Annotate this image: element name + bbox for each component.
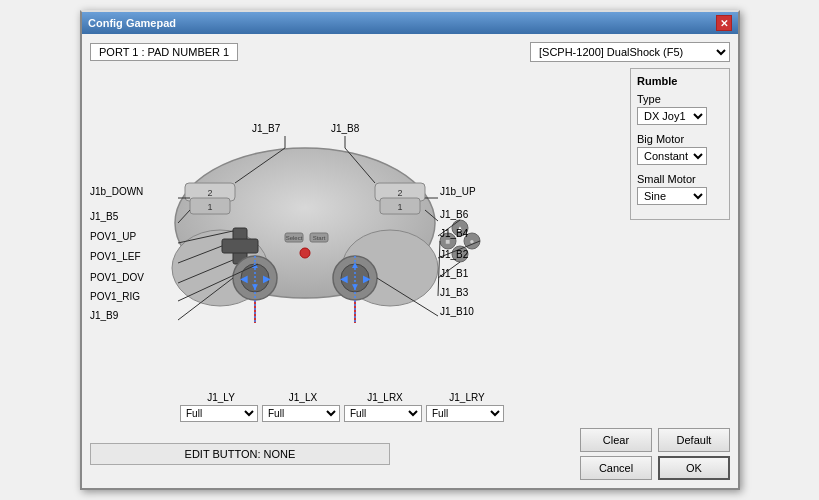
- axis-select-j1lry[interactable]: Full Half+Half-None: [426, 405, 504, 422]
- svg-text:1: 1: [397, 202, 402, 212]
- pad-select[interactable]: [SCPH-1200] DualShock (F5): [530, 42, 730, 62]
- label-pov1-left: POV1_LEF: [90, 251, 141, 262]
- config-gamepad-window: Config Gamepad ✕ PORT 1 : PAD NUMBER 1 […: [80, 10, 740, 490]
- svg-text:Start: Start: [313, 235, 326, 241]
- label-pov1-down: POV1_DOV: [90, 272, 144, 283]
- svg-text:2: 2: [397, 188, 402, 198]
- svg-text:◀: ◀: [340, 273, 348, 284]
- svg-text:◀: ◀: [240, 273, 248, 284]
- label-j1-b2: J1_B2: [440, 249, 468, 260]
- svg-point-25: [300, 248, 310, 258]
- label-j1-b3: J1_B3: [440, 287, 468, 298]
- axis-label-j1lx: J1_LX: [262, 392, 344, 403]
- svg-text:▼: ▼: [250, 281, 260, 292]
- label-j1-b10: J1_B10: [440, 306, 474, 317]
- label-j1-b6: J1_B6: [440, 209, 468, 220]
- rumble-small-motor-label: Small Motor: [637, 173, 723, 185]
- label-j1-b4: J1_B4: [440, 228, 468, 239]
- cancel-button[interactable]: Cancel: [580, 456, 652, 480]
- axis-label-j1lry: J1_LRY: [426, 392, 508, 403]
- rumble-big-motor-label: Big Motor: [637, 133, 723, 145]
- rumble-big-motor-select[interactable]: Constant: [637, 147, 707, 165]
- top-bar: PORT 1 : PAD NUMBER 1 [SCPH-1200] DualSh…: [90, 42, 730, 62]
- axis-label-j1ly: J1_LY: [180, 392, 262, 403]
- svg-text:▼: ▼: [350, 281, 360, 292]
- window-title: Config Gamepad: [88, 17, 176, 29]
- bottom-row: EDIT BUTTON: NONE Clear Default Cancel O…: [90, 428, 730, 480]
- axis-select-j1ly[interactable]: Full Half+Half-None: [180, 405, 258, 422]
- main-area: 2 1 2 1 ▲: [90, 68, 730, 406]
- action-buttons-group: Clear Default Cancel OK: [580, 428, 730, 480]
- svg-text:▶: ▶: [263, 273, 271, 284]
- axis-select-j1lrx[interactable]: Full Half+Half-None: [344, 405, 422, 422]
- close-button[interactable]: ✕: [716, 15, 732, 31]
- content-area: PORT 1 : PAD NUMBER 1 [SCPH-1200] DualSh…: [82, 34, 738, 488]
- label-j1-b8: J1_B8: [331, 123, 359, 134]
- svg-rect-12: [222, 239, 258, 253]
- ok-button[interactable]: OK: [658, 456, 730, 480]
- gamepad-container: 2 1 2 1 ▲: [90, 68, 520, 328]
- axis-select-j1lx[interactable]: Full Half+Half-None: [262, 405, 340, 422]
- action-buttons-bottom: Cancel OK: [580, 456, 730, 480]
- default-button[interactable]: Default: [658, 428, 730, 452]
- svg-text:2: 2: [207, 188, 212, 198]
- title-bar: Config Gamepad ✕: [82, 12, 738, 34]
- label-pov1-up: POV1_UP: [90, 231, 136, 242]
- label-j1b-up: J1b_UP: [440, 186, 476, 197]
- edit-button-bar: EDIT BUTTON: NONE: [90, 443, 390, 465]
- label-j1b-down: J1b_DOWN: [90, 186, 143, 197]
- rumble-big-motor-field: Big Motor Constant: [637, 133, 723, 165]
- label-j1-b9: J1_B9: [90, 310, 118, 321]
- right-panel: Rumble Type DX Joy1 Big Motor Constant: [630, 68, 730, 406]
- rumble-section: Rumble Type DX Joy1 Big Motor Constant: [630, 68, 730, 220]
- rumble-type-label: Type: [637, 93, 723, 105]
- axis-label-j1lrx: J1_LRX: [344, 392, 426, 403]
- label-j1-b5: J1_B5: [90, 211, 118, 222]
- rumble-title: Rumble: [637, 75, 723, 87]
- svg-text:1: 1: [207, 202, 212, 212]
- rumble-small-motor-field: Small Motor Sine: [637, 173, 723, 205]
- port-label: PORT 1 : PAD NUMBER 1: [90, 43, 238, 61]
- pad-select-wrapper: [SCPH-1200] DualShock (F5): [530, 42, 730, 62]
- label-j1-b7: J1_B7: [252, 123, 280, 134]
- axis-labels-row: J1_LY J1_LX J1_LRX J1_LRY: [90, 392, 730, 403]
- clear-button[interactable]: Clear: [580, 428, 652, 452]
- axis-selects-row: Full Half+Half-None Full Half+Half-None …: [90, 405, 730, 422]
- svg-text:Select: Select: [286, 235, 303, 241]
- rumble-type-field: Type DX Joy1: [637, 93, 723, 125]
- rumble-small-motor-select[interactable]: Sine: [637, 187, 707, 205]
- label-pov1-right: POV1_RIG: [90, 291, 140, 302]
- svg-text:▶: ▶: [363, 273, 371, 284]
- rumble-type-select[interactable]: DX Joy1: [637, 107, 707, 125]
- bottom-section: J1_LY J1_LX J1_LRX J1_LRY Full Half+Half…: [90, 392, 730, 480]
- label-j1-b1: J1_B1: [440, 268, 468, 279]
- gamepad-area: 2 1 2 1 ▲: [90, 68, 622, 406]
- action-buttons-top: Clear Default: [580, 428, 730, 452]
